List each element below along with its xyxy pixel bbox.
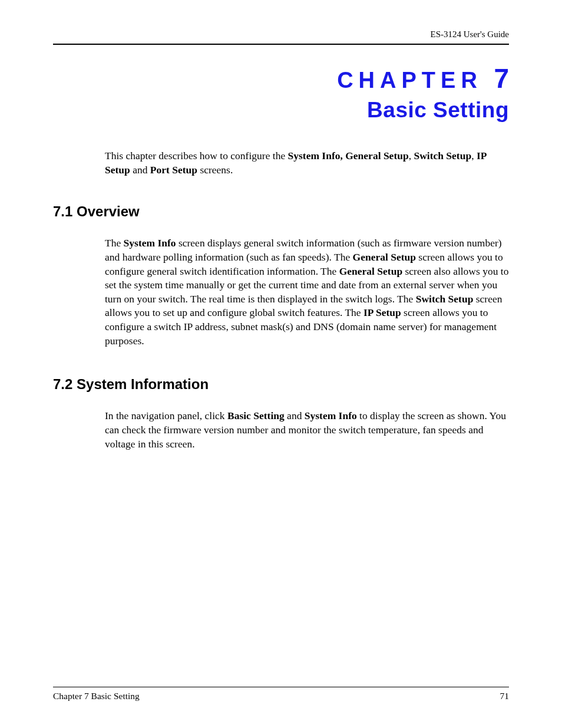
page-footer: Chapter 7 Basic Setting 71: [53, 687, 509, 701]
system-info-paragraph: In the navigation panel, click Basic Set…: [105, 409, 509, 451]
bold-run: IP Setup: [363, 307, 401, 318]
chapter-heading: CHAPTER 7 Basic Setting: [53, 62, 509, 123]
bold-run: Switch Setup: [414, 150, 471, 162]
page-header: ES-3124 User's Guide: [53, 29, 509, 45]
text-run: ,: [471, 150, 477, 162]
chapter-number: 7: [494, 63, 509, 94]
text-run: and: [130, 164, 150, 176]
footer-chapter-label: Chapter 7 Basic Setting: [53, 691, 140, 701]
bold-run: General Setup: [339, 265, 402, 277]
section-heading-7-2: 7.2 System Information: [53, 376, 509, 393]
chapter-title: Basic Setting: [53, 98, 509, 123]
guide-title: ES-3124 User's Guide: [430, 29, 509, 39]
text-run: and: [285, 410, 305, 421]
chapter-number-line: CHAPTER 7: [53, 62, 509, 94]
bold-run: General Setup: [353, 251, 416, 263]
bold-run: System Info: [124, 237, 176, 249]
bold-run: Basic Setting: [227, 410, 285, 421]
bold-run: Switch Setup: [416, 293, 474, 305]
text-run: In the navigation panel, click: [105, 410, 227, 421]
bold-run: System Info: [305, 410, 357, 421]
section-heading-7-1: 7.1 Overview: [53, 203, 509, 220]
text-run: The: [105, 237, 124, 249]
bold-run: Port Setup: [150, 164, 197, 176]
footer-page-number: 71: [500, 691, 510, 701]
text-run: This chapter describes how to configure …: [105, 150, 288, 162]
chapter-label-word: CHAPTER: [337, 68, 482, 93]
overview-paragraph: The System Info screen displays general …: [105, 236, 509, 348]
bold-run: System Info, General Setup: [288, 150, 409, 162]
text-run: screens.: [197, 164, 233, 176]
intro-paragraph: This chapter describes how to configure …: [105, 149, 509, 177]
